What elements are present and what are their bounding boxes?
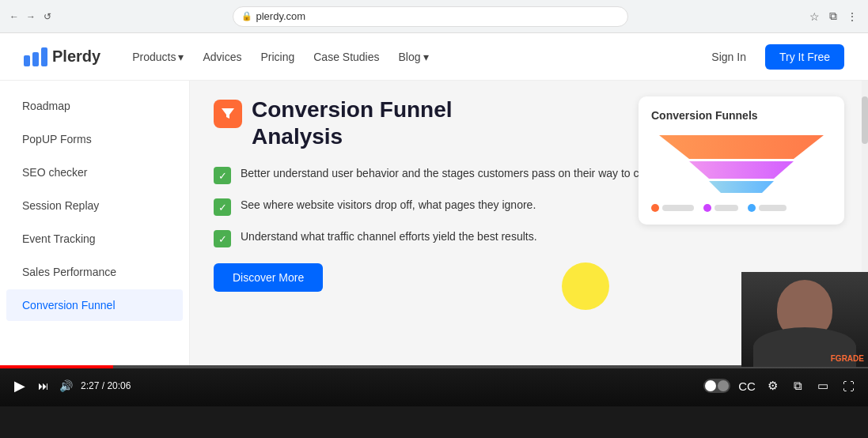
webcam-overlay: FGRADE bbox=[741, 272, 868, 367]
nav-products[interactable]: Products ▾ bbox=[132, 51, 184, 63]
quality-toggle[interactable] bbox=[703, 379, 730, 393]
play-button[interactable]: ▶ bbox=[11, 377, 28, 395]
volume-button[interactable]: 🔊 bbox=[59, 379, 73, 393]
nav-advices[interactable]: Advices bbox=[203, 51, 241, 63]
chart-legend bbox=[651, 204, 832, 212]
nav-links: Products ▾ Advices Pricing Case Studies … bbox=[132, 51, 702, 63]
logo[interactable]: Plerdy bbox=[24, 47, 100, 66]
sidebar-item-roadmap[interactable]: Roadmap bbox=[6, 90, 183, 122]
legend-dot-3 bbox=[748, 204, 756, 212]
video-controls: ▶ ⏭ 🔊 2:27 / 20:06 CC ⚙ ⧉ ▭ ⛶ bbox=[0, 365, 868, 406]
menu-icon[interactable]: ⋮ bbox=[844, 9, 860, 25]
captions-button[interactable]: CC bbox=[738, 377, 756, 395]
discover-more-button[interactable]: Discover More bbox=[214, 263, 323, 292]
webcam-person bbox=[741, 272, 868, 367]
fullscreen-button[interactable]: ⛶ bbox=[840, 377, 857, 395]
svg-rect-2 bbox=[41, 47, 47, 66]
browser-toolbar-icons: ☆ ⧉ ⋮ bbox=[806, 9, 860, 25]
sidebar-item-sales-performance[interactable]: Sales Performance bbox=[6, 256, 183, 288]
browser-chrome: ← → ↺ 🔒 plerdy.com ☆ ⧉ ⋮ bbox=[0, 0, 868, 33]
skip-button[interactable]: ⏭ bbox=[36, 379, 51, 393]
quality-off-dot bbox=[718, 380, 729, 391]
settings-button[interactable]: ⚙ bbox=[764, 377, 781, 395]
sidebar-item-event-tracking[interactable]: Event Tracking bbox=[6, 223, 183, 255]
scrollbar-thumb[interactable] bbox=[862, 96, 868, 144]
browser-nav-buttons: ← → ↺ bbox=[8, 10, 54, 23]
page-title: Conversion FunnelAnalysis bbox=[252, 96, 453, 149]
sidebar-item-seo-checker[interactable]: SEO checker bbox=[6, 157, 183, 188]
lock-icon: 🔒 bbox=[241, 11, 252, 21]
quality-on-dot bbox=[705, 380, 716, 391]
sign-in-button[interactable]: Sign In bbox=[702, 46, 756, 68]
funnel-chart bbox=[651, 131, 832, 194]
sidebar-item-conversion-funnel[interactable]: Conversion Funnel bbox=[6, 289, 183, 321]
dropdown-arrow-icon: ▾ bbox=[423, 51, 429, 63]
legend-dot-1 bbox=[651, 204, 659, 212]
funnel-icon bbox=[214, 100, 242, 128]
fgrade-logo: FGRADE bbox=[831, 354, 864, 363]
extensions-icon[interactable]: ⧉ bbox=[825, 9, 841, 25]
forward-button[interactable]: → bbox=[25, 10, 37, 23]
sidebar: Roadmap PopUP Forms SEO checker Session … bbox=[0, 81, 190, 365]
nav-blog[interactable]: Blog ▾ bbox=[399, 51, 429, 63]
time-display: 2:27 / 20:06 bbox=[81, 380, 131, 391]
theater-button[interactable]: ▭ bbox=[814, 377, 832, 395]
address-bar[interactable]: 🔒 plerdy.com bbox=[233, 6, 628, 27]
feature-text-3: Understand what traffic channel efforts … bbox=[241, 228, 537, 245]
legend-item-3 bbox=[748, 204, 787, 212]
feature-text-2: See where website visitors drop off, wha… bbox=[241, 197, 536, 213]
try-free-button[interactable]: Try It Free bbox=[765, 44, 844, 70]
logo-text: Plerdy bbox=[52, 47, 100, 66]
url-text: plerdy.com bbox=[256, 10, 306, 22]
feature-item-3: ✓ Understand what traffic channel effort… bbox=[214, 228, 844, 247]
logo-icon bbox=[24, 47, 47, 66]
nav-pricing[interactable]: Pricing bbox=[260, 51, 294, 63]
navbar: Plerdy Products ▾ Advices Pricing Case S… bbox=[0, 33, 868, 81]
dropdown-arrow-icon: ▾ bbox=[178, 51, 184, 63]
svg-rect-1 bbox=[32, 52, 39, 66]
svg-rect-0 bbox=[24, 55, 30, 66]
refresh-button[interactable]: ↺ bbox=[41, 10, 54, 23]
nav-case-studies[interactable]: Case Studies bbox=[313, 51, 379, 63]
star-icon[interactable]: ☆ bbox=[806, 9, 822, 25]
legend-item-2 bbox=[703, 204, 738, 212]
back-button[interactable]: ← bbox=[8, 10, 21, 23]
miniplayer-button[interactable]: ⧉ bbox=[789, 377, 806, 395]
main-content: Roadmap PopUP Forms SEO checker Session … bbox=[0, 81, 868, 365]
chart-panel: Conversion Funnels bbox=[639, 96, 844, 225]
sidebar-item-session-replay[interactable]: Session Replay bbox=[6, 190, 183, 221]
feature-text-1: Better understand user behavior and the … bbox=[241, 165, 690, 182]
video-progress-bar[interactable] bbox=[0, 365, 868, 368]
chart-title: Conversion Funnels bbox=[651, 109, 832, 122]
check-icon-3: ✓ bbox=[214, 230, 231, 247]
check-icon-2: ✓ bbox=[214, 198, 231, 216]
check-icon-1: ✓ bbox=[214, 167, 231, 184]
website-area: Plerdy Products ▾ Advices Pricing Case S… bbox=[0, 33, 868, 365]
legend-item-1 bbox=[651, 204, 694, 212]
nav-right-buttons: Sign In Try It Free bbox=[702, 44, 844, 70]
legend-dot-2 bbox=[703, 204, 711, 212]
cursor-highlight bbox=[562, 262, 609, 310]
progress-fill bbox=[0, 365, 113, 368]
sidebar-item-popup-forms[interactable]: PopUP Forms bbox=[6, 123, 183, 155]
